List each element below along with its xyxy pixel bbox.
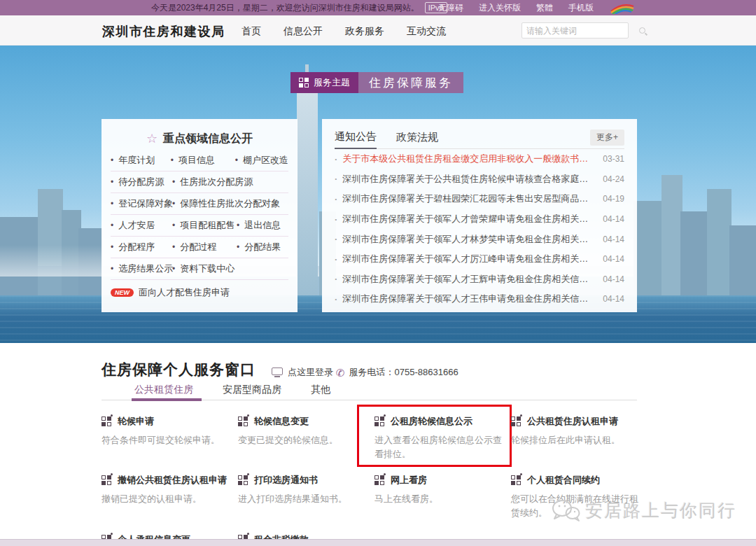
link-batch-targets[interactable]: 保障性住房批次分配对象 [172, 197, 280, 210]
link-registered-targets[interactable]: 登记保障对象 [111, 197, 172, 210]
notice-item[interactable]: 关于市本级公共租赁住房租金缴交启用非税收入一般缴款书的通知 03-31 [335, 149, 624, 169]
skyline-tower [297, 92, 318, 295]
nav-gov-services[interactable]: 政务服务 [345, 25, 384, 38]
service-grid-icon [511, 475, 521, 485]
service-card-waitlist-change[interactable]: 轮候信息变更 变更已提交的轮候信息。 [238, 410, 370, 468]
notice-date: 04-14 [603, 214, 624, 224]
login-button[interactable]: 点这里登录 [272, 366, 333, 379]
topbar: 今天是2023年4月25日，星期二，欢迎您访问深圳市住房和建设局网站。 IPv6… [0, 0, 756, 15]
link-project-info[interactable]: 项目信息 [171, 154, 235, 167]
watermark-text: 安居路上与你同行 [585, 499, 736, 522]
link-mobile-version[interactable]: 手机版 [568, 2, 594, 14]
tab-notices[interactable]: 通知公告 [335, 126, 377, 149]
tab-other[interactable]: 其他 [311, 384, 330, 396]
service-grid-icon [102, 416, 111, 426]
notice-item[interactable]: 深圳市住房保障署关于领军人才厉江峰申请免租金住房相关信息的公示 04-14 [335, 249, 624, 270]
notice-date: 04-19 [603, 194, 624, 204]
search-input[interactable] [522, 26, 639, 36]
date-text: 今天是2023年4月25日，星期二，欢迎您访问深圳市住房和建设局网站。 [151, 2, 419, 14]
link-pending-housing[interactable]: 待分配房源 [111, 176, 172, 188]
search-icon[interactable] [639, 27, 645, 34]
search-box[interactable] [522, 22, 629, 38]
skyline-building [634, 201, 665, 295]
notice-tabs: 通知公告 政策法规 更多+ [335, 126, 624, 149]
service-card-waitlist-publicity[interactable]: 公租房轮候信息公示 进入查看公租房轮候信息公示查看排位。 [374, 410, 506, 468]
link-accessibility[interactable]: 无障碍 [438, 2, 463, 14]
watermark: 安居路上与你同行 [550, 498, 736, 522]
key-info-title-row: 重点领域信息公开 [111, 127, 288, 150]
service-grid-icon [374, 475, 384, 485]
service-card-cancel-rental-apply[interactable]: 撤销公共租赁住房认租申请 撤销已提交的认租申请。 [102, 468, 233, 527]
personal-services-section: 住房保障个人服务窗口 点这里登录 服务电话：0755-88631666 公共租赁… [0, 343, 756, 539]
link-shantytown[interactable]: 棚户区改造 [235, 154, 288, 167]
notice-date: 04-14 [603, 294, 624, 304]
link-selection-result[interactable]: 选房结果公示 [111, 262, 172, 275]
topbar-welcome: 今天是2023年4月25日，星期二，欢迎您访问深圳市住房和建设局网站。 IPv6 [151, 0, 447, 15]
notice-date: 04-24 [603, 174, 624, 184]
service-card-online-viewing[interactable]: 网上看房 马上在线看房。 [374, 468, 506, 527]
service-grid-icon [511, 416, 521, 426]
skyline-building [707, 189, 732, 295]
link-row: 年度计划 项目信息 棚户区改造 [111, 150, 288, 172]
notice-item[interactable]: 深圳市住房保障署关于领军人才王辉申请免租金住房相关信息的公示 04-14 [335, 270, 624, 290]
skyline-building [662, 175, 682, 295]
tab-affordable-commodity[interactable]: 安居型商品房 [223, 384, 281, 396]
more-button[interactable]: 更多+ [590, 130, 624, 146]
link-talent-sale-apply[interactable]: 面向人才配售住房申请 [139, 286, 230, 299]
phone-icon [336, 368, 345, 378]
service-card-waitlist-apply[interactable]: 轮候申请 符合条件即可提交轮候申请。 [102, 410, 233, 468]
notice-item[interactable]: 深圳市住房保障署关于领军人才王伟申请免租金住房相关信息的公示 04-14 [335, 289, 624, 309]
link-traditional[interactable]: 繁體 [536, 2, 553, 14]
nav-info-disclosure[interactable]: 信息公开 [284, 25, 323, 38]
theme-banner: 服务主题 住房保障服务 [290, 72, 463, 93]
service-theme-button[interactable]: 服务主题 [290, 72, 358, 93]
link-row: 人才安居 项目配租配售 退出信息 [111, 215, 288, 237]
link-row: 登记保障对象 保障性住房批次分配对象 [111, 193, 288, 215]
link-alloc-result[interactable]: 分配结果 [237, 241, 281, 253]
new-link-row[interactable]: NEW 面向人才配售住房申请 [111, 280, 288, 305]
tab-policies[interactable]: 政策法规 [396, 126, 438, 149]
link-row: 分配程序 分配过程 分配结果 [111, 237, 288, 258]
site-header: 深圳市住房和建设局 首页 信息公开 政务服务 互动交流 [0, 15, 756, 46]
nav-home[interactable]: 首页 [241, 25, 261, 38]
site-logo-icon[interactable] [609, 1, 636, 14]
wechat-icon [550, 498, 581, 522]
service-card-rental-apply[interactable]: 公共租赁住房认租申请 轮候排位后在此申请认租。 [511, 410, 643, 468]
skyline-building [680, 211, 708, 295]
link-download-center[interactable]: 资料下载中心 [172, 262, 237, 275]
tab-public-rental[interactable]: 公共租赁住房 [134, 384, 193, 396]
notice-date: 04-14 [603, 274, 624, 284]
topbar-links: 无障碍 进入关怀版 繁體 手机版 [438, 0, 636, 15]
notice-date: 04-14 [603, 254, 624, 264]
notice-item[interactable]: 深圳市住房保障署关于碧桂园荣汇花园等未售出安居型商品房认购资格核查结... 04… [335, 189, 624, 209]
site-title[interactable]: 深圳市住房和建设局 [102, 23, 225, 40]
notice-date: 04-14 [603, 234, 624, 244]
link-care-version[interactable]: 进入关怀版 [479, 2, 521, 14]
star-icon [146, 132, 158, 145]
notice-item[interactable]: 深圳市住房保障署关于领军人才曾荣耀申请免租金住房相关信息的公示 04-14 [335, 209, 624, 230]
link-annual-plan[interactable]: 年度计划 [111, 154, 171, 167]
link-batch-housing[interactable]: 住房批次分配房源 [172, 176, 253, 188]
link-alloc-procedure[interactable]: 分配程序 [111, 241, 172, 253]
link-alloc-process[interactable]: 分配过程 [172, 241, 237, 253]
service-grid: 轮候申请 符合条件即可提交轮候申请。 轮候信息变更 变更已提交的轮候信息。 公租… [102, 410, 648, 546]
key-info-panel: 重点领域信息公开 年度计划 项目信息 棚户区改造 待分配房源 住房批次分配房源 … [102, 119, 298, 312]
skyline-building [729, 225, 756, 295]
nav-interaction[interactable]: 互动交流 [407, 25, 446, 38]
service-grid-icon [238, 416, 248, 426]
notice-item[interactable]: 深圳市住房保障署关于公共租赁住房轮候申请核查合格家庭信息公示的通告 04-24 [335, 169, 624, 190]
service-grid-icon [374, 416, 384, 426]
grid-icon [299, 78, 309, 88]
service-grid-icon [102, 475, 111, 485]
page-title: 住房保障服务 [358, 72, 463, 93]
tab-active-indicator [132, 398, 202, 401]
link-row: 待分配房源 住房批次分配房源 [111, 172, 288, 193]
service-card-print-notice[interactable]: 打印选房通知书 进入打印选房结果通知书。 [238, 468, 370, 527]
service-tabs: 公共租赁住房 安居型商品房 其他 [134, 384, 330, 396]
section-title: 住房保障个人服务窗口 [102, 360, 255, 379]
service-theme-label: 服务主题 [314, 76, 350, 89]
notice-item[interactable]: 深圳市住房保障署关于领军人才林梦笑申请免租金住房相关信息的公示 04-14 [335, 229, 624, 249]
link-project-rent-sale[interactable]: 项目配租配售 [172, 219, 237, 232]
link-talent-housing[interactable]: 人才安居 [111, 219, 172, 232]
link-exit-info[interactable]: 退出信息 [237, 219, 281, 232]
